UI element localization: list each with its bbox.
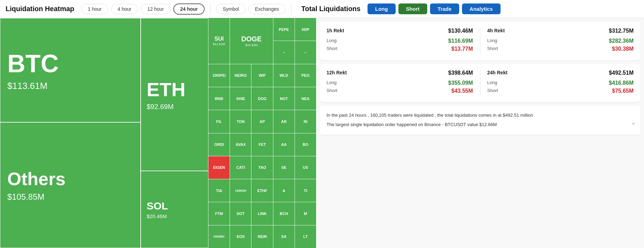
trade-btn[interactable]: Trade xyxy=(430,3,459,14)
aa-cell[interactable]: AA xyxy=(273,133,295,156)
btc-cell[interactable]: BTC $113.61M xyxy=(0,18,141,122)
avax-cell[interactable]: AVAX xyxy=(230,133,251,156)
1000pei-cell[interactable]: 1000PEI xyxy=(208,64,230,87)
ordi-cell[interactable]: ORDI xyxy=(208,133,230,156)
time-btn-24h[interactable]: 24 hour xyxy=(173,3,205,15)
time-btn-4h[interactable]: 4 hour xyxy=(111,4,138,14)
symbol-btn[interactable]: Symbol xyxy=(216,4,246,14)
stat-24h: 24h Rekt $492.51M Long $416.86M Short $7… xyxy=(487,70,634,96)
coin-r2c5[interactable]: – xyxy=(295,41,316,64)
card2-divider xyxy=(480,70,480,96)
sui-val: $11.81M xyxy=(213,42,225,46)
12h-short-label: Short xyxy=(327,88,337,94)
bch-cell[interactable]: BCH xyxy=(273,202,295,225)
ton-cell[interactable]: TON xyxy=(230,110,251,133)
1h-long-val: $116.69M xyxy=(448,38,473,44)
info-line2: The largest single liquidation order hap… xyxy=(327,121,634,129)
eth-symbol: ETH xyxy=(147,78,203,101)
24h-rekt-title: 24h Rekt xyxy=(487,70,507,75)
collapse-icon[interactable]: ⌃ xyxy=(631,121,636,130)
1000bc-cell[interactable]: 1000BC xyxy=(208,225,230,248)
dog-cell[interactable]: DOG xyxy=(251,87,273,110)
divider-2 xyxy=(291,3,291,15)
not-cell[interactable]: NOT xyxy=(273,87,295,110)
wif-cell[interactable]: WIF xyxy=(251,64,273,87)
ti-cell[interactable]: TI xyxy=(295,179,316,202)
m-cell[interactable]: M xyxy=(295,202,316,225)
cati-cell[interactable]: CATI xyxy=(230,156,251,179)
1h-rekt-title: 1h Rekt xyxy=(327,28,344,33)
sa-cell[interactable]: SA xyxy=(273,225,295,248)
analytics-btn[interactable]: Analytics xyxy=(462,3,501,14)
ethf-cell[interactable]: ETHF xyxy=(251,179,273,202)
1h-short-val: $13.77M xyxy=(451,46,473,52)
main-content: BTC $113.61M Others $105.85M ETH $92.69M… xyxy=(0,18,644,248)
a1-cell[interactable]: A xyxy=(273,179,295,202)
shie-cell[interactable]: SHIE xyxy=(230,87,251,110)
eigen-cell[interactable]: EIGEN xyxy=(208,156,230,179)
se-cell[interactable]: SE xyxy=(273,156,295,179)
peo-cell[interactable]: PEO xyxy=(295,64,316,87)
doge-val: $10.93M xyxy=(245,43,257,47)
fet-cell[interactable]: FET xyxy=(251,133,273,156)
12h-long-label: Long xyxy=(327,80,337,86)
24h-short-label: Short xyxy=(487,88,498,94)
tao-cell[interactable]: TAO xyxy=(251,156,273,179)
ap-cell[interactable]: AP xyxy=(251,110,273,133)
4h-short-line: Short $30.38M xyxy=(487,46,634,52)
bo-cell[interactable]: BO xyxy=(295,133,316,156)
in-cell[interactable]: IN xyxy=(295,110,316,133)
time-btn-12h[interactable]: 12 hour xyxy=(141,4,170,14)
divider-1 xyxy=(210,3,210,15)
4h-rekt-title: 4h Rekt xyxy=(487,28,505,33)
12h-long-line: Long $355.09M xyxy=(327,80,473,86)
col-eth-sol: ETH $92.69M SOL $20.46M xyxy=(141,18,208,248)
24h-long-val: $416.86M xyxy=(609,80,634,86)
wld-cell[interactable]: WLD xyxy=(273,64,295,87)
short-btn[interactable]: Short xyxy=(398,3,427,14)
time-btn-1h[interactable]: 1 hour xyxy=(81,4,108,14)
fil-cell[interactable]: FIL xyxy=(208,110,230,133)
exchanges-btn[interactable]: Exchanges xyxy=(248,4,286,14)
card1-divider xyxy=(480,28,480,54)
1h-total: $130.46M xyxy=(448,28,473,36)
12h-title-line: 12h Rekt $398.64M xyxy=(327,70,473,78)
4h-long-val: $282.36M xyxy=(609,38,634,44)
nea-cell[interactable]: NEA xyxy=(295,87,316,110)
coin-r2c4[interactable]: – xyxy=(273,41,295,64)
4h-long-label: Long xyxy=(487,38,497,44)
tia-cell[interactable]: TIA xyxy=(208,179,230,202)
12h-short-line: Short $43.55M xyxy=(327,88,473,94)
long-btn[interactable]: Long xyxy=(368,3,396,14)
stats-card-12h-24h: 12h Rekt $398.64M Long $355.09M Short $4… xyxy=(320,64,641,102)
4h-long-line: Long $282.36M xyxy=(487,38,634,44)
neiro-cell[interactable]: NEIRO xyxy=(230,64,251,87)
us-cell[interactable]: US xyxy=(295,156,316,179)
xrp-cell[interactable]: XRP xyxy=(295,18,316,41)
link-cell[interactable]: LINK xyxy=(251,202,273,225)
sui-cell[interactable]: SUI $11.81M xyxy=(208,18,230,64)
pepe-cell[interactable]: PEPE xyxy=(273,18,295,41)
dot-cell[interactable]: DOT xyxy=(230,202,251,225)
ar-cell[interactable]: AR xyxy=(273,110,295,133)
lt-cell[interactable]: LT xyxy=(295,225,316,248)
stats-row-1: 1h Rekt $130.46M Long $116.69M Short $13… xyxy=(327,28,634,54)
col-btc-others: BTC $113.61M Others $105.85M xyxy=(0,18,141,248)
bnb-cell[interactable]: BNB xyxy=(208,87,230,110)
eth-cell[interactable]: ETH $92.69M xyxy=(141,18,208,171)
1h-title-line: 1h Rekt $130.46M xyxy=(327,28,473,36)
24h-long-line: Long $416.86M xyxy=(487,80,634,86)
doge-cell[interactable]: DOGE $10.93M xyxy=(230,18,273,64)
coins-grid: SUI $11.81M DOGE $10.93M PEPE XRP – xyxy=(208,18,316,248)
24h-long-label: Long xyxy=(487,80,497,86)
stats-row-2: 12h Rekt $398.64M Long $355.09M Short $4… xyxy=(327,70,634,96)
ftm-cell[interactable]: FTM xyxy=(208,202,230,225)
eos-cell[interactable]: EOS xyxy=(230,225,251,248)
stat-1h: 1h Rekt $130.46M Long $116.69M Short $13… xyxy=(327,28,473,54)
12h-total: $398.64M xyxy=(448,70,473,78)
others-cell[interactable]: Others $105.85M xyxy=(0,122,141,248)
neir-cell[interactable]: NEIR xyxy=(251,225,273,248)
heatmap-area: BTC $113.61M Others $105.85M ETH $92.69M… xyxy=(0,18,316,248)
1000sh-cell[interactable]: 1000SH xyxy=(230,179,251,202)
sol-cell[interactable]: SOL $20.46M xyxy=(141,171,208,248)
